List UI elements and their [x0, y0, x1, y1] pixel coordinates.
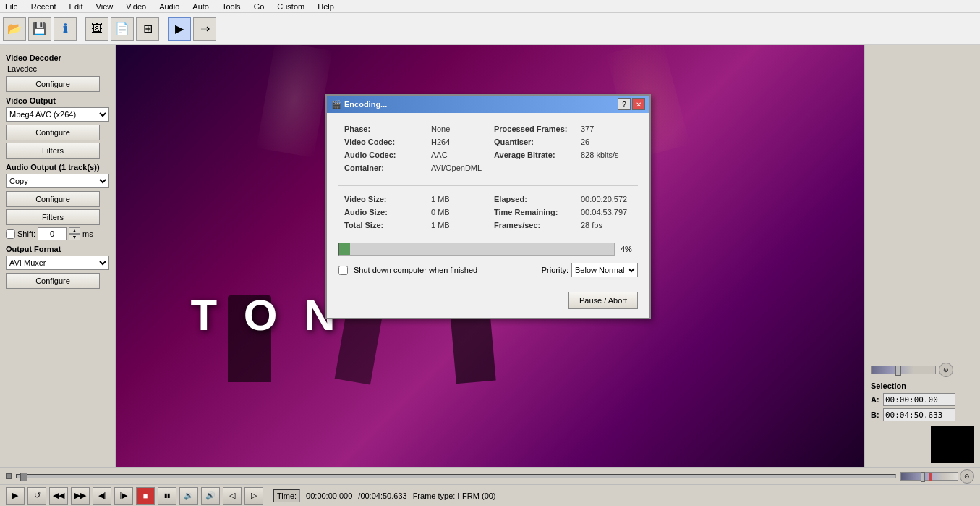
properties-button[interactable]: ⊞ [136, 17, 159, 41]
dialog-title-text: 🎬 Encoding... [331, 100, 387, 109]
output-format-select[interactable]: AVI Muxer [6, 256, 109, 270]
mark-segment-button[interactable]: ▮▮ [158, 487, 176, 505]
menu-recent[interactable]: Recent [29, 2, 59, 11]
forward-button[interactable]: ▶▶ [71, 487, 90, 505]
dialog-help-button[interactable]: ? [618, 98, 631, 110]
status-bar: Time: 00:00:00.000 /00:04:50.633 Frame t… [273, 489, 496, 502]
menu-auto[interactable]: Auto [190, 2, 211, 11]
save-file-button[interactable]: 📄 [111, 17, 134, 41]
filters-audio-button[interactable]: Filters [6, 209, 100, 225]
video-output-label: Video Output [6, 96, 109, 105]
right-panel: ⊙ Selection A: B: [864, 45, 980, 467]
back-button[interactable]: ◀◀ [49, 487, 68, 505]
configure-decoder-button[interactable]: Configure [6, 76, 100, 92]
prev-frame-button[interactable]: ◀| [93, 487, 111, 505]
loop-button[interactable]: ↺ [27, 487, 46, 505]
menu-bar: File Recent Edit View Video Audio Auto T… [0, 0, 980, 13]
vol-down-button[interactable]: 🔉 [179, 487, 198, 505]
shift-label: Shift: [17, 229, 35, 238]
selection-box: Selection A: B: [871, 381, 974, 463]
audio-size-key: Audio Size: [344, 208, 431, 216]
info-grid-top: Phase: None Video Codec: H264 Audio Code… [338, 122, 638, 180]
dialog-content: Phase: None Video Codec: H264 Audio Code… [327, 113, 649, 286]
shift-input[interactable] [38, 227, 67, 240]
mark-in-button[interactable]: ■ [136, 487, 155, 505]
menu-file[interactable]: File [3, 2, 20, 11]
menu-custom[interactable]: Custom [275, 2, 307, 11]
audio-output-select[interactable]: Copy [6, 174, 109, 188]
video-output-select[interactable]: Mpeg4 AVC (x264) [6, 107, 109, 122]
total-size-key: Total Size: [344, 221, 431, 229]
audio-output-label: Audio Output (1 track(s)) [6, 163, 109, 172]
right-info: Processed Frames: 377 Quantiser: 26 Aver… [488, 122, 638, 180]
encode-button[interactable]: ▶ [168, 17, 191, 41]
info-grid-bottom: Video Size: 1 MB Audio Size: 0 MB Total … [338, 192, 638, 237]
selection-b-input[interactable] [883, 408, 955, 421]
next-frame-button[interactable]: |▶ [114, 487, 133, 505]
time-info: Elapsed: 00:00:20,572 Time Remaining: 00… [488, 192, 638, 237]
total-size-val: 1 MB [431, 221, 450, 229]
video-size-key: Video Size: [344, 195, 431, 203]
vol-up-button[interactable]: 🔊 [201, 487, 220, 505]
elapsed-key: Elapsed: [494, 195, 581, 203]
processed-frames-val: 377 [581, 125, 594, 133]
save-image-button[interactable]: 🖼 [85, 17, 108, 41]
seekbar-track[interactable] [16, 474, 896, 478]
configure-audio-button[interactable]: Configure [6, 191, 100, 207]
menu-go[interactable]: Go [252, 2, 267, 11]
next-key-button[interactable]: ▷ [244, 487, 263, 505]
shift-up-btn[interactable]: ▲ [69, 227, 80, 234]
frames-sec-val: 28 fps [581, 221, 602, 229]
secondary-slider[interactable] [900, 472, 958, 481]
scene-icon: ⊙ [960, 469, 974, 484]
shutdown-checkbox[interactable] [338, 266, 348, 275]
menu-edit[interactable]: Edit [67, 2, 85, 11]
encode2-button[interactable]: ⇒ [193, 17, 216, 41]
menu-tools[interactable]: Tools [220, 2, 243, 11]
shutdown-row: Shut down computer when finished Priorit… [338, 263, 638, 277]
priority-label: Priority: [542, 266, 568, 274]
shift-down-btn[interactable]: ▼ [69, 234, 80, 240]
menu-video[interactable]: Video [124, 2, 148, 11]
progress-row: 4% [338, 243, 638, 256]
seekbar-knob[interactable] [20, 473, 27, 481]
main-volume-slider[interactable] [871, 366, 936, 374]
container-val: AVI/OpenDML [431, 164, 482, 172]
audio-size-val: 0 MB [431, 208, 450, 216]
frame-type-value: Frame type: I-FRM (00) [413, 492, 496, 500]
save-button[interactable]: 💾 [28, 17, 51, 41]
selection-a-input[interactable] [883, 393, 955, 406]
output-format-label: Output Format [6, 245, 109, 253]
seekbar-start-marker [6, 473, 12, 479]
prev-key-button[interactable]: ◁ [223, 487, 242, 505]
play-button[interactable]: ▶ [6, 487, 25, 505]
phase-val: None [431, 125, 450, 133]
avg-bitrate-val: 828 kbits/s [581, 151, 619, 159]
left-info: Phase: None Video Codec: H264 Audio Code… [338, 122, 488, 180]
seekbar-area: ⊙ [0, 467, 980, 484]
filters-video-button[interactable]: Filters [6, 143, 100, 159]
audio-codec-key: Audio Codec: [344, 151, 431, 159]
selection-a-label: A: [871, 395, 881, 404]
left-panel: Video Decoder Lavcdec Configure Video Ou… [0, 45, 116, 467]
dialog-window-controls: ? ✕ [618, 98, 645, 110]
elapsed-val: 00:00:20,572 [581, 195, 627, 203]
priority-select[interactable]: Below Normal Normal Above Normal High [571, 263, 638, 277]
menu-audio[interactable]: Audio [157, 2, 182, 11]
video-text: T O N [191, 290, 343, 340]
menu-help[interactable]: Help [315, 2, 336, 11]
shift-checkbox[interactable] [6, 229, 15, 239]
pause-abort-button[interactable]: Pause / Abort [568, 292, 638, 309]
processed-frames-key: Processed Frames: [494, 125, 581, 133]
divider1 [338, 185, 638, 186]
configure-format-button[interactable]: Configure [6, 273, 100, 289]
encoding-icon: 🎬 [331, 100, 341, 109]
configure-video-button[interactable]: Configure [6, 125, 100, 140]
container-key: Container: [344, 164, 431, 172]
volume-area: ⊙ [871, 363, 974, 377]
info-button[interactable]: ℹ [54, 17, 77, 41]
time-value: 00:00:00.000 [306, 492, 352, 500]
dialog-close-button[interactable]: ✕ [632, 98, 645, 110]
menu-view[interactable]: View [94, 2, 116, 11]
open-button[interactable]: 📂 [3, 17, 26, 41]
